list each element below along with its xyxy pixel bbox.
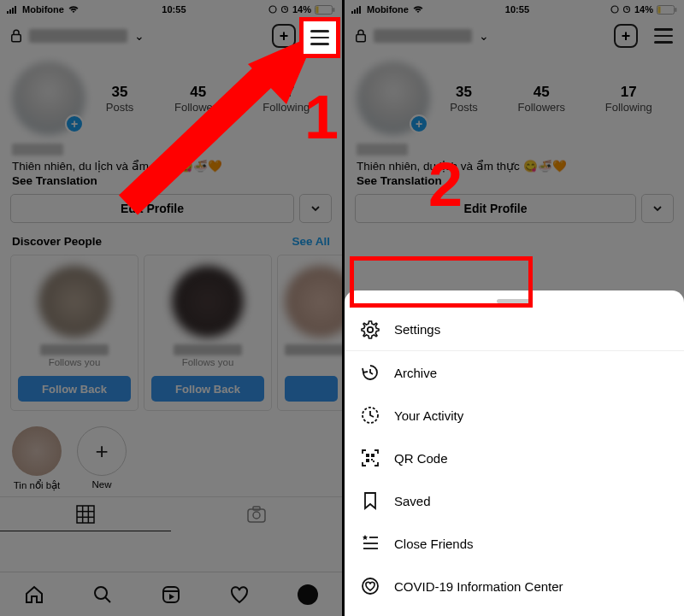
- discover-card[interactable]: Follows you Follow Back: [144, 255, 272, 411]
- see-translation-link[interactable]: See Translation: [0, 173, 342, 194]
- menu-covid[interactable]: COVID-19 Information Center: [345, 565, 684, 607]
- bottom-nav: [0, 572, 342, 616]
- screenshot-step-1: Mobifone 10:55 14% ⌄ + + 35 Posts: [0, 0, 342, 616]
- follow-back-button[interactable]: Follow Back: [18, 376, 131, 402]
- menu-label: Archive: [394, 366, 437, 380]
- highlight-item[interactable]: Tin nổi bật: [12, 426, 62, 491]
- discover-card[interactable]: Follows you Follow Back: [10, 255, 139, 411]
- menu-settings[interactable]: Settings: [345, 308, 684, 351]
- nav-search[interactable]: [91, 584, 114, 606]
- add-story-icon[interactable]: +: [410, 114, 428, 133]
- profile-stats-row: + 35Posts 45Followers 17Following: [345, 55, 684, 138]
- menu-activity[interactable]: Your Activity: [345, 394, 684, 437]
- suggestions-toggle[interactable]: [299, 194, 332, 223]
- follows-you-label: Follows you: [151, 357, 264, 367]
- svg-rect-37: [357, 35, 366, 42]
- svg-line-21: [105, 597, 110, 602]
- discover-card[interactable]: [277, 255, 342, 411]
- add-story-icon[interactable]: +: [65, 114, 84, 133]
- menu-label: Close Friends: [394, 537, 474, 551]
- discover-cards: Follows you Follow Back Follows you Foll…: [0, 255, 342, 421]
- heart-circle-icon: [360, 576, 380, 596]
- bio-text: Thiên nhiên, du lịch và ẩm thực 😋🍜🧡: [345, 155, 684, 173]
- battery-icon: [657, 5, 677, 15]
- highlight-new[interactable]: + New: [77, 426, 127, 491]
- plus-icon: +: [95, 438, 108, 465]
- stat-following[interactable]: 17Following: [605, 84, 652, 114]
- menu-label: Settings: [394, 322, 440, 337]
- menu-saved[interactable]: Saved: [345, 479, 684, 522]
- svg-rect-41: [371, 454, 374, 457]
- see-translation-link[interactable]: See Translation: [345, 173, 684, 194]
- bio-text: Thiên nhiên, du lịch và ẩm thực 😋🍜🧡: [0, 155, 342, 173]
- see-all-link[interactable]: See All: [292, 235, 330, 248]
- alarm-icon: [622, 5, 631, 14]
- stat-followers[interactable]: 45 Followers: [174, 84, 222, 114]
- display-name-blurred: [12, 144, 63, 155]
- carrier-label: Mobifone: [22, 4, 64, 15]
- tab-tagged[interactable]: [171, 497, 342, 531]
- svg-point-18: [253, 512, 260, 519]
- username-blurred[interactable]: [29, 29, 127, 43]
- orientation-lock-icon: [610, 5, 619, 14]
- sheet-grabber[interactable]: [497, 299, 533, 303]
- nav-reels[interactable]: [160, 584, 182, 606]
- wifi-icon: [412, 5, 424, 14]
- menu-sheet: Settings Archive Your Activity QR Code S…: [345, 290, 684, 616]
- svg-rect-10: [333, 8, 335, 12]
- nav-activity[interactable]: [228, 584, 251, 606]
- svg-rect-29: [359, 6, 361, 14]
- create-button[interactable]: +: [272, 24, 296, 48]
- svg-rect-9: [316, 6, 319, 13]
- profile-header: ⌄ +: [345, 17, 684, 55]
- create-button[interactable]: +: [614, 24, 638, 48]
- qr-icon: [360, 448, 380, 468]
- menu-archive[interactable]: Archive: [345, 351, 684, 394]
- stat-followers[interactable]: 45Followers: [517, 84, 565, 114]
- username-blurred[interactable]: [374, 29, 472, 43]
- card-avatar: [172, 266, 244, 337]
- svg-rect-19: [253, 507, 260, 510]
- signal-icon: [351, 5, 363, 14]
- activity-icon: [360, 405, 380, 425]
- alarm-icon: [280, 5, 289, 14]
- stat-posts[interactable]: 35 Posts: [106, 84, 134, 114]
- menu-qr[interactable]: QR Code: [345, 437, 684, 479]
- avatar[interactable]: +: [357, 62, 430, 135]
- follows-you-label: Follows you: [18, 357, 131, 367]
- menu-label: QR Code: [394, 451, 448, 466]
- avatar[interactable]: +: [12, 62, 86, 135]
- svg-rect-1: [9, 9, 11, 14]
- card-name-blurred: [285, 344, 342, 355]
- card-avatar: [285, 266, 342, 337]
- profile-tabs: [0, 496, 342, 531]
- screenshot-step-2: Mobifone 10:55 14% ⌄ + + 35Posts 45Follo…: [342, 0, 684, 616]
- suggestions-toggle[interactable]: [641, 194, 674, 223]
- svg-rect-12: [77, 506, 94, 523]
- stat-posts[interactable]: 35Posts: [450, 84, 478, 114]
- battery-percent: 14%: [292, 4, 311, 15]
- nav-profile[interactable]: [297, 584, 319, 606]
- edit-profile-button[interactable]: Edit Profile: [355, 194, 636, 223]
- bookmark-icon: [360, 490, 380, 511]
- svg-point-4: [269, 6, 276, 13]
- edit-profile-button[interactable]: Edit Profile: [10, 194, 294, 223]
- follow-back-button[interactable]: Follow Back: [151, 376, 264, 402]
- list-star-icon: [360, 533, 380, 554]
- svg-point-48: [363, 578, 378, 594]
- stat-following[interactable]: 17 Following: [262, 84, 310, 114]
- chevron-down-icon[interactable]: ⌄: [134, 29, 144, 43]
- chevron-down-icon[interactable]: ⌄: [479, 29, 489, 43]
- menu-label: COVID-19 Information Center: [394, 579, 563, 594]
- svg-rect-27: [354, 9, 356, 14]
- menu-button[interactable]: [652, 24, 675, 48]
- discover-title: Discover People: [12, 235, 102, 248]
- tab-grid[interactable]: [0, 497, 171, 531]
- svg-rect-42: [366, 459, 369, 462]
- nav-home[interactable]: [23, 584, 45, 606]
- menu-close-friends[interactable]: Close Friends: [345, 522, 684, 565]
- status-bar: Mobifone 10:55 14%: [0, 0, 342, 17]
- menu-button[interactable]: [310, 24, 333, 48]
- grid-icon: [76, 505, 95, 524]
- follow-button[interactable]: [285, 376, 338, 402]
